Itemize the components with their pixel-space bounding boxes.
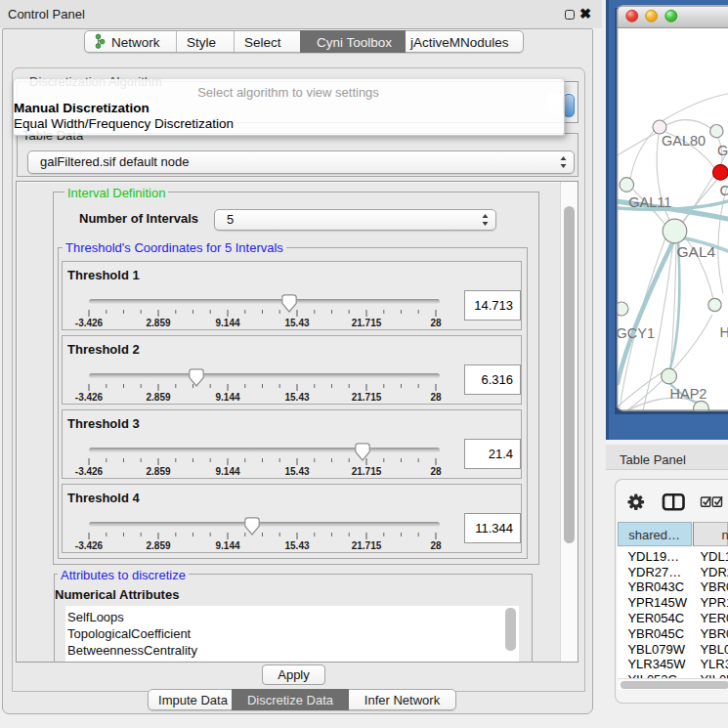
svg-text:GA: GA: [717, 143, 728, 158]
svg-text:GAL80: GAL80: [662, 133, 706, 149]
svg-text:C: C: [720, 183, 728, 198]
svg-text:GAL11: GAL11: [628, 194, 671, 210]
svg-text:HAP2: HAP2: [670, 386, 707, 402]
svg-text:GAL4: GAL4: [677, 243, 716, 260]
svg-text:GCY1: GCY1: [617, 325, 656, 341]
svg-text:H: H: [720, 324, 728, 340]
